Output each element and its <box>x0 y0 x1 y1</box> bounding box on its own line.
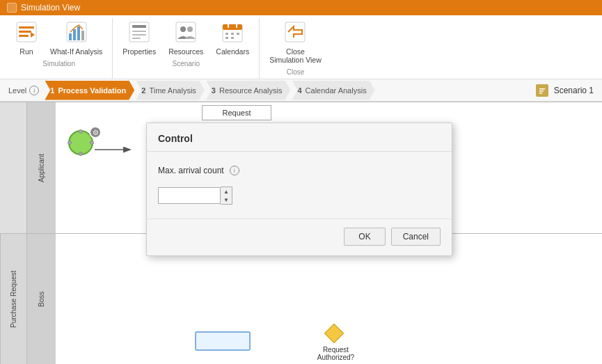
svg-rect-11 <box>132 25 146 28</box>
level-text: Level <box>8 86 26 95</box>
ribbon-group-simulation: Run What-If Analysis <box>6 18 113 79</box>
spinner-down[interactable]: ▼ <box>221 196 232 204</box>
step-4[interactable]: 4 Calendar Analysis <box>292 81 374 100</box>
ribbon-group-close: Close Simulation View Close <box>260 18 331 79</box>
dialog-title: Control <box>147 123 452 152</box>
max-arrival-row: Max. arrival count i <box>158 166 441 175</box>
svg-rect-31 <box>539 93 542 94</box>
ok-button[interactable]: OK <box>344 228 385 246</box>
calendars-label: Calendars <box>216 47 249 56</box>
calendars-button[interactable]: Calendars <box>212 18 253 58</box>
properties-label: Properties <box>122 47 156 56</box>
svg-rect-6 <box>69 33 72 40</box>
scenario-icon <box>536 84 548 97</box>
svg-rect-25 <box>225 37 228 39</box>
svg-rect-2 <box>19 31 31 33</box>
svg-rect-24 <box>237 33 239 35</box>
simulation-group-label: Simulation <box>42 60 75 68</box>
max-arrival-label: Max. arrival count i <box>158 166 239 175</box>
control-dialog: Control Max. arrival count i ▲ ▼ <box>146 122 452 256</box>
step-2[interactable]: 2 Time Analysis <box>136 81 205 100</box>
calendars-icon <box>221 21 244 43</box>
run-icon <box>15 21 38 43</box>
run-button[interactable]: Run <box>11 18 42 58</box>
canvas-area: Applicant Request <box>0 102 602 364</box>
svg-rect-22 <box>225 33 228 35</box>
close-group-label: Close <box>287 68 305 76</box>
step-3[interactable]: 3 Resource Analysis <box>206 81 291 100</box>
level-label: Level i <box>8 86 39 95</box>
breadcrumb-bar: Level i 1 Process Validation 2 Time Anal… <box>0 79 602 102</box>
step-1-num: 1 <box>50 86 54 95</box>
whatif-button[interactable]: What-If Analysis <box>46 18 106 58</box>
step-3-num: 3 <box>212 86 216 95</box>
resources-icon <box>175 21 197 43</box>
scenario-section: Scenario 1 <box>536 84 594 97</box>
spinner-controls: ▲ ▼ <box>221 187 232 205</box>
properties-icon <box>128 21 150 43</box>
step-4-num: 4 <box>297 86 301 95</box>
max-arrival-text: Max. arrival count <box>158 166 224 175</box>
svg-rect-14 <box>132 38 141 39</box>
simulation-buttons: Run What-If Analysis <box>11 18 106 58</box>
step-3-label: Resource Analysis <box>219 86 283 95</box>
svg-rect-29 <box>539 88 545 90</box>
close-sim-icon <box>284 21 306 43</box>
scenario-buttons: Properties Resources <box>118 18 253 58</box>
dialog-overlay: Control Max. arrival count i ▲ ▼ <box>0 102 602 364</box>
svg-rect-7 <box>73 29 76 40</box>
svg-rect-3 <box>19 35 29 37</box>
svg-rect-8 <box>77 26 80 40</box>
close-sim-button[interactable]: Close Simulation View <box>265 18 326 67</box>
app-icon <box>7 3 17 13</box>
spinner-wrapper: ▲ ▼ <box>158 187 441 205</box>
svg-point-16 <box>180 26 186 32</box>
dialog-footer: OK Cancel <box>147 219 452 255</box>
resources-button[interactable]: Resources <box>164 18 207 58</box>
ribbon: Run What-If Analysis <box>0 15 602 79</box>
whatif-label: What-If Analysis <box>50 47 102 56</box>
svg-rect-19 <box>223 24 242 30</box>
level-info-icon[interactable]: i <box>29 86 39 95</box>
svg-rect-30 <box>539 90 544 92</box>
spinner-up[interactable]: ▲ <box>221 187 232 196</box>
title-bar: Simulation View <box>0 0 602 15</box>
field-info-icon[interactable]: i <box>230 166 239 175</box>
max-arrival-input[interactable] <box>158 187 221 204</box>
step-1-label: Process Validation <box>58 86 126 95</box>
resources-label: Resources <box>168 47 203 56</box>
svg-rect-26 <box>231 37 234 39</box>
whatif-icon <box>65 21 88 43</box>
close-sim-label: Close Simulation View <box>269 47 322 64</box>
scenario-group-label: Scenario <box>173 60 200 68</box>
step-1[interactable]: 1 Process Validation <box>45 81 134 100</box>
svg-rect-9 <box>81 31 84 40</box>
title-label: Simulation View <box>21 3 80 13</box>
svg-point-17 <box>187 26 193 32</box>
step-4-label: Calendar Analysis <box>306 86 367 95</box>
step-2-num: 2 <box>141 86 145 95</box>
dialog-body: Max. arrival count i ▲ ▼ <box>147 152 452 219</box>
step-2-label: Time Analysis <box>149 86 196 95</box>
svg-rect-12 <box>132 31 146 32</box>
scenario-label: Scenario 1 <box>554 86 594 95</box>
svg-rect-13 <box>132 34 146 35</box>
close-buttons: Close Simulation View <box>265 18 326 67</box>
svg-rect-23 <box>231 33 234 35</box>
ribbon-groups: Run What-If Analysis <box>6 18 596 79</box>
svg-rect-1 <box>19 26 34 29</box>
cancel-button[interactable]: Cancel <box>391 228 441 246</box>
properties-button[interactable]: Properties <box>118 18 160 58</box>
run-label: Run <box>19 47 33 56</box>
ribbon-group-scenario: Properties Resources <box>113 18 260 79</box>
